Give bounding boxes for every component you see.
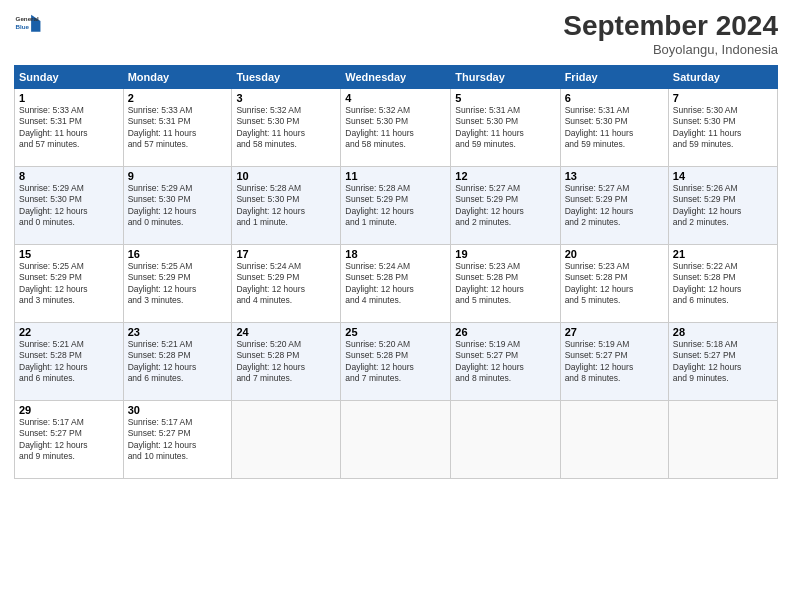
- day-info: Sunrise: 5:21 AMSunset: 5:28 PMDaylight:…: [128, 339, 228, 385]
- calendar-cell: [341, 401, 451, 479]
- day-info: Sunrise: 5:24 AMSunset: 5:28 PMDaylight:…: [345, 261, 446, 307]
- day-info: Sunrise: 5:24 AMSunset: 5:29 PMDaylight:…: [236, 261, 336, 307]
- day-info: Sunrise: 5:19 AMSunset: 5:27 PMDaylight:…: [455, 339, 555, 385]
- day-number: 10: [236, 170, 336, 182]
- day-number: 23: [128, 326, 228, 338]
- day-info: Sunrise: 5:21 AMSunset: 5:28 PMDaylight:…: [19, 339, 119, 385]
- calendar-cell: 8Sunrise: 5:29 AMSunset: 5:30 PMDaylight…: [15, 167, 124, 245]
- col-header-wednesday: Wednesday: [341, 66, 451, 89]
- calendar-cell: [560, 401, 668, 479]
- day-number: 7: [673, 92, 773, 104]
- day-info: Sunrise: 5:28 AMSunset: 5:30 PMDaylight:…: [236, 183, 336, 229]
- day-number: 11: [345, 170, 446, 182]
- day-info: Sunrise: 5:17 AMSunset: 5:27 PMDaylight:…: [128, 417, 228, 463]
- day-number: 15: [19, 248, 119, 260]
- calendar-cell: 6Sunrise: 5:31 AMSunset: 5:30 PMDaylight…: [560, 89, 668, 167]
- col-header-monday: Monday: [123, 66, 232, 89]
- day-info: Sunrise: 5:20 AMSunset: 5:28 PMDaylight:…: [345, 339, 446, 385]
- day-info: Sunrise: 5:29 AMSunset: 5:30 PMDaylight:…: [19, 183, 119, 229]
- day-info: Sunrise: 5:25 AMSunset: 5:29 PMDaylight:…: [128, 261, 228, 307]
- day-number: 9: [128, 170, 228, 182]
- calendar-cell: 5Sunrise: 5:31 AMSunset: 5:30 PMDaylight…: [451, 89, 560, 167]
- calendar-cell: 12Sunrise: 5:27 AMSunset: 5:29 PMDayligh…: [451, 167, 560, 245]
- day-number: 3: [236, 92, 336, 104]
- col-header-thursday: Thursday: [451, 66, 560, 89]
- svg-text:Blue: Blue: [16, 23, 30, 30]
- col-header-friday: Friday: [560, 66, 668, 89]
- day-number: 19: [455, 248, 555, 260]
- day-info: Sunrise: 5:33 AMSunset: 5:31 PMDaylight:…: [128, 105, 228, 151]
- calendar-week-2: 8Sunrise: 5:29 AMSunset: 5:30 PMDaylight…: [15, 167, 778, 245]
- svg-text:General: General: [16, 15, 39, 22]
- logo-icon: General Blue: [14, 10, 42, 38]
- day-number: 5: [455, 92, 555, 104]
- calendar-cell: 21Sunrise: 5:22 AMSunset: 5:28 PMDayligh…: [668, 245, 777, 323]
- day-info: Sunrise: 5:30 AMSunset: 5:30 PMDaylight:…: [673, 105, 773, 151]
- day-info: Sunrise: 5:28 AMSunset: 5:29 PMDaylight:…: [345, 183, 446, 229]
- day-number: 12: [455, 170, 555, 182]
- calendar-cell: 25Sunrise: 5:20 AMSunset: 5:28 PMDayligh…: [341, 323, 451, 401]
- day-info: Sunrise: 5:20 AMSunset: 5:28 PMDaylight:…: [236, 339, 336, 385]
- day-info: Sunrise: 5:17 AMSunset: 5:27 PMDaylight:…: [19, 417, 119, 463]
- logo: General Blue: [14, 10, 42, 38]
- calendar: SundayMondayTuesdayWednesdayThursdayFrid…: [14, 65, 778, 479]
- calendar-cell: 15Sunrise: 5:25 AMSunset: 5:29 PMDayligh…: [15, 245, 124, 323]
- day-number: 17: [236, 248, 336, 260]
- day-info: Sunrise: 5:22 AMSunset: 5:28 PMDaylight:…: [673, 261, 773, 307]
- col-header-saturday: Saturday: [668, 66, 777, 89]
- calendar-cell: 23Sunrise: 5:21 AMSunset: 5:28 PMDayligh…: [123, 323, 232, 401]
- day-number: 20: [565, 248, 664, 260]
- calendar-cell: 19Sunrise: 5:23 AMSunset: 5:28 PMDayligh…: [451, 245, 560, 323]
- calendar-cell: 27Sunrise: 5:19 AMSunset: 5:27 PMDayligh…: [560, 323, 668, 401]
- calendar-cell: 10Sunrise: 5:28 AMSunset: 5:30 PMDayligh…: [232, 167, 341, 245]
- location: Boyolangu, Indonesia: [563, 42, 778, 57]
- calendar-week-5: 29Sunrise: 5:17 AMSunset: 5:27 PMDayligh…: [15, 401, 778, 479]
- col-header-tuesday: Tuesday: [232, 66, 341, 89]
- calendar-cell: 9Sunrise: 5:29 AMSunset: 5:30 PMDaylight…: [123, 167, 232, 245]
- day-number: 29: [19, 404, 119, 416]
- day-number: 26: [455, 326, 555, 338]
- day-info: Sunrise: 5:23 AMSunset: 5:28 PMDaylight:…: [565, 261, 664, 307]
- calendar-cell: [668, 401, 777, 479]
- calendar-cell: 14Sunrise: 5:26 AMSunset: 5:29 PMDayligh…: [668, 167, 777, 245]
- calendar-week-4: 22Sunrise: 5:21 AMSunset: 5:28 PMDayligh…: [15, 323, 778, 401]
- day-number: 2: [128, 92, 228, 104]
- calendar-cell: 22Sunrise: 5:21 AMSunset: 5:28 PMDayligh…: [15, 323, 124, 401]
- day-info: Sunrise: 5:32 AMSunset: 5:30 PMDaylight:…: [236, 105, 336, 151]
- calendar-cell: 11Sunrise: 5:28 AMSunset: 5:29 PMDayligh…: [341, 167, 451, 245]
- calendar-cell: 3Sunrise: 5:32 AMSunset: 5:30 PMDaylight…: [232, 89, 341, 167]
- calendar-cell: [232, 401, 341, 479]
- day-number: 25: [345, 326, 446, 338]
- day-info: Sunrise: 5:19 AMSunset: 5:27 PMDaylight:…: [565, 339, 664, 385]
- calendar-cell: 7Sunrise: 5:30 AMSunset: 5:30 PMDaylight…: [668, 89, 777, 167]
- calendar-cell: 18Sunrise: 5:24 AMSunset: 5:28 PMDayligh…: [341, 245, 451, 323]
- day-info: Sunrise: 5:23 AMSunset: 5:28 PMDaylight:…: [455, 261, 555, 307]
- month-title: September 2024: [563, 10, 778, 42]
- day-number: 18: [345, 248, 446, 260]
- calendar-cell: 28Sunrise: 5:18 AMSunset: 5:27 PMDayligh…: [668, 323, 777, 401]
- day-info: Sunrise: 5:29 AMSunset: 5:30 PMDaylight:…: [128, 183, 228, 229]
- calendar-cell: 2Sunrise: 5:33 AMSunset: 5:31 PMDaylight…: [123, 89, 232, 167]
- calendar-cell: 4Sunrise: 5:32 AMSunset: 5:30 PMDaylight…: [341, 89, 451, 167]
- day-number: 4: [345, 92, 446, 104]
- calendar-cell: 13Sunrise: 5:27 AMSunset: 5:29 PMDayligh…: [560, 167, 668, 245]
- day-info: Sunrise: 5:27 AMSunset: 5:29 PMDaylight:…: [455, 183, 555, 229]
- calendar-cell: [451, 401, 560, 479]
- day-info: Sunrise: 5:25 AMSunset: 5:29 PMDaylight:…: [19, 261, 119, 307]
- day-number: 22: [19, 326, 119, 338]
- day-info: Sunrise: 5:31 AMSunset: 5:30 PMDaylight:…: [455, 105, 555, 151]
- day-number: 14: [673, 170, 773, 182]
- day-number: 30: [128, 404, 228, 416]
- day-number: 27: [565, 326, 664, 338]
- calendar-cell: 24Sunrise: 5:20 AMSunset: 5:28 PMDayligh…: [232, 323, 341, 401]
- calendar-header-row: SundayMondayTuesdayWednesdayThursdayFrid…: [15, 66, 778, 89]
- calendar-cell: 26Sunrise: 5:19 AMSunset: 5:27 PMDayligh…: [451, 323, 560, 401]
- day-info: Sunrise: 5:27 AMSunset: 5:29 PMDaylight:…: [565, 183, 664, 229]
- day-number: 24: [236, 326, 336, 338]
- calendar-week-3: 15Sunrise: 5:25 AMSunset: 5:29 PMDayligh…: [15, 245, 778, 323]
- page-header: General Blue September 2024 Boyolangu, I…: [14, 10, 778, 57]
- day-number: 6: [565, 92, 664, 104]
- calendar-week-1: 1Sunrise: 5:33 AMSunset: 5:31 PMDaylight…: [15, 89, 778, 167]
- day-number: 21: [673, 248, 773, 260]
- day-info: Sunrise: 5:18 AMSunset: 5:27 PMDaylight:…: [673, 339, 773, 385]
